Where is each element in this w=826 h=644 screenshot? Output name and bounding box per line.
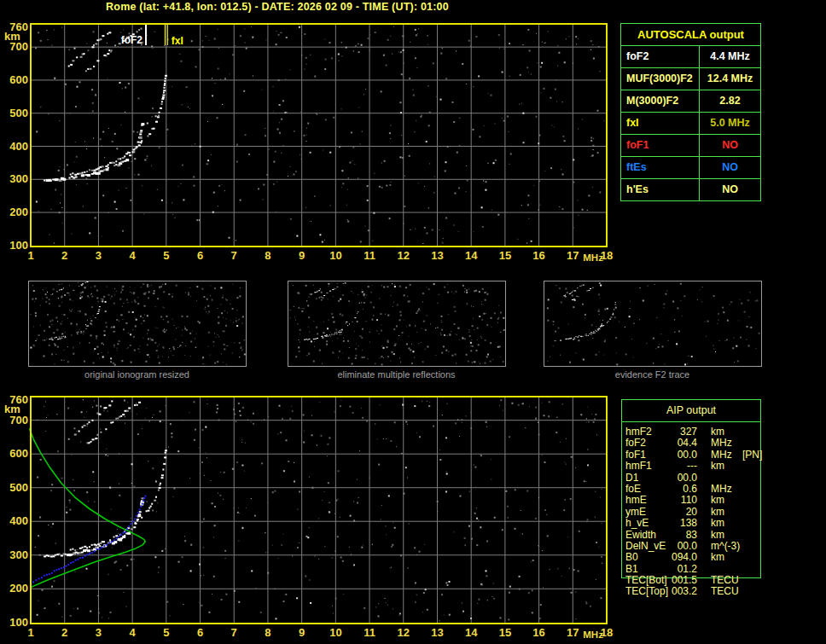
aip-unit [697,473,740,484]
aip-param: Ewidth [625,530,666,541]
thumbnail-2-plot [288,281,506,367]
x-tick-label: 14 [465,626,478,639]
aip-unit: km [697,507,740,518]
y-tick-label: 100 [9,616,28,629]
electron-density-profile-green [29,428,145,588]
autoscala-param-value: NO [700,157,760,178]
aip-table-header: AIP output [622,400,760,422]
x-tick-label: 4 [129,626,136,639]
x-tick-label: 9 [299,626,305,639]
aip-unit: MHz [697,450,740,461]
aip-row-fof2: foF204.4MHz [621,438,792,449]
aip-note [740,426,792,438]
autoscala-param-label: foF1 [621,135,700,156]
autoscala-param-value: 2.82 [700,90,760,112]
autoscala-screen: foF2fxI760700600500400300200100km1234567… [0,0,826,644]
y-tick-label: 300 [9,172,28,185]
x-tick-label: 12 [398,249,410,262]
aip-unit: MHz [697,438,740,449]
thumbnail-3-caption: evidence F2 trace [544,369,761,380]
aip-unit: m^(-3) [697,541,740,552]
aip-val: 138 [666,518,697,529]
x-tick-label: 7 [231,249,237,262]
aip-val: 0.6 [666,484,697,495]
aip-param: D1 [625,473,666,484]
autoscala-row-muf3000f2: MUF(3000)F212.4 MHz [621,67,760,90]
thumbnail-1-plot [29,281,247,367]
autoscala-param-value: NO [700,179,760,200]
x-tick-label: 14 [465,249,478,262]
bottom-ionogram-plot: 760700600500400300200100km12345678910111… [4,393,613,640]
autoscala-param-label: M(3000)F2 [621,90,700,112]
thumbnail-3-plot [544,281,762,367]
aip-param: foE [625,484,666,495]
autoscala-row-fxi: fxI5.0 MHz [621,112,760,134]
page-title: Rome (lat: +41.8, lon: 012.5) - DATE: 20… [0,1,555,13]
aip-output-table: hmF2327kmfoF204.4MHzfoF100.0MHz[PN]hmF1-… [621,426,792,598]
x-tick-label: 13 [431,249,443,262]
aip-param: B0 [625,552,666,563]
x-tick-label: 17 [567,626,579,639]
aip-param: TEC[Bot] [625,575,666,586]
aip-unit: km [697,552,740,563]
x-tick-label: 11 [364,249,375,262]
autoscala-param-label: fxI [621,113,700,134]
x-tick-label: 1 [27,626,33,639]
top-ionogram-plot: foF2fxI760700600500400300200100km1234567… [4,20,613,263]
x-tick-label: 9 [299,249,305,262]
x-tick-label: 8 [265,249,270,262]
aip-note [740,495,792,506]
aip-param: TEC[Top] [625,586,666,597]
aip-note [740,507,792,518]
aip-note [740,575,792,586]
autoscala-row-ftes: ftEsNO [621,156,760,178]
thumbnail-1-caption: original ionogram resized [28,369,246,380]
aip-note [740,541,792,552]
autoscala-param-value: NO [700,135,760,156]
aip-row-b1: B101.2 [621,564,792,575]
aip-val: 04.4 [666,438,697,449]
aip-note [740,586,792,597]
y-axis-unit-km: km [4,403,20,415]
y-tick-label: 500 [9,107,28,119]
aip-note: [PN] [740,450,792,461]
aip-val: 094.0 [666,552,697,563]
aip-row-hve: h_vE138km [621,518,792,529]
aip-unit [697,564,740,575]
autoscala-param-label: MUF(3000)F2 [621,68,700,90]
fof2-marker-label: foF2 [121,34,143,46]
y-tick-label: 100 [9,239,28,252]
x-tick-label: 7 [231,626,237,639]
fxi-marker-label: fxI [172,35,183,47]
x-axis-unit-mhz: MHz [583,629,603,640]
aip-val: --- [666,461,697,472]
y-tick-label: 500 [9,481,28,494]
y-tick-label: 400 [9,140,28,153]
aip-param: hmF2 [625,426,666,438]
aip-row-ewidth: Ewidth83km [621,530,792,541]
x-tick-label: 6 [197,626,203,639]
autoscala-param-value: 5.0 MHz [700,113,760,134]
aip-row-tecbot: TEC[Bot]001.5TECU [621,575,792,586]
aip-row-tectop: TEC[Top]003.2TECU [621,586,792,597]
x-axis-unit-mhz: MHz [583,252,603,263]
aip-unit: TECU [697,575,740,586]
aip-note [740,564,792,575]
aip-note [740,473,792,484]
x-tick-label: 1 [27,249,33,262]
x-tick-label: 10 [329,626,341,639]
y-tick-label: 200 [9,206,28,218]
aip-note [740,461,792,472]
aip-val: 00.0 [666,541,697,552]
aip-note [740,518,792,529]
x-tick-label: 13 [431,626,443,639]
y-tick-label: 300 [9,548,28,561]
aip-row-yme: ymE20km [621,507,792,518]
x-tick-label: 11 [364,626,375,639]
aip-val: 01.2 [666,564,697,575]
aip-param: h_vE [625,518,666,529]
aip-val: 003.2 [666,586,697,597]
aip-note [740,552,792,563]
x-tick-label: 4 [129,249,136,262]
x-tick-label: 3 [96,249,102,262]
